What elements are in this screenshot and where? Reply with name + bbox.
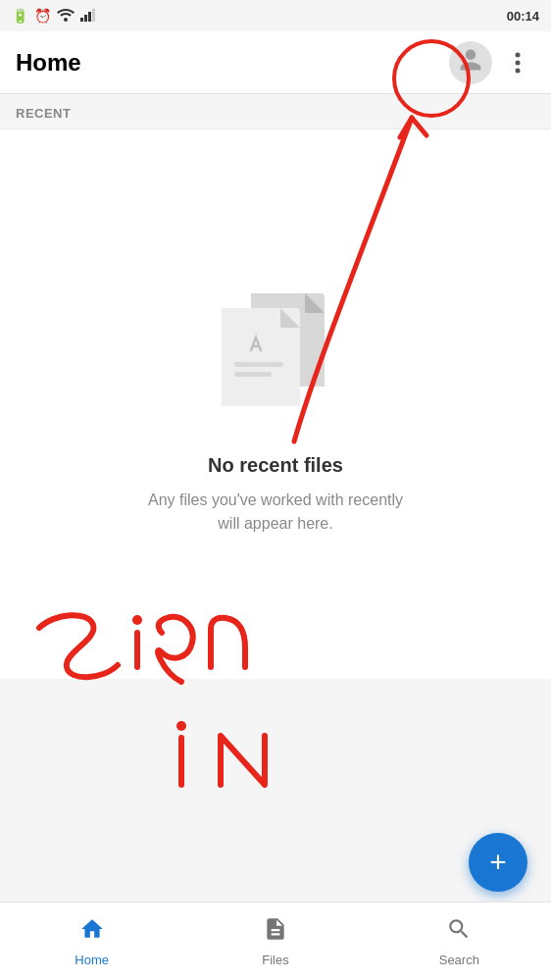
nav-item-search[interactable]: Search xyxy=(368,903,551,980)
svg-rect-2 xyxy=(84,15,87,22)
fab-button[interactable]: + xyxy=(469,833,527,892)
empty-state-icon xyxy=(197,274,354,431)
avatar-button[interactable] xyxy=(449,41,492,84)
svg-rect-4 xyxy=(92,9,95,22)
search-icon xyxy=(446,916,472,949)
signal-icon xyxy=(80,8,96,25)
home-icon xyxy=(79,916,105,949)
svg-point-7 xyxy=(516,68,521,73)
svg-rect-1 xyxy=(80,18,83,22)
wifi-icon xyxy=(57,8,75,25)
nav-search-label: Search xyxy=(439,953,479,967)
empty-state: No recent files Any files you've worked … xyxy=(119,234,432,575)
main-content: No recent files Any files you've worked … xyxy=(0,129,551,679)
more-options-button[interactable] xyxy=(500,45,535,80)
svg-point-14 xyxy=(176,721,186,731)
nav-home-label: Home xyxy=(75,953,109,967)
status-bar-right: 00:14 xyxy=(507,9,539,24)
status-bar-left: 🔋 ⏰ xyxy=(12,8,507,25)
nav-files-label: Files xyxy=(262,953,288,967)
svg-rect-11 xyxy=(234,372,272,377)
app-bar: Home xyxy=(0,31,551,94)
svg-point-0 xyxy=(64,18,68,22)
recent-section-header: RECENT xyxy=(0,94,551,129)
recent-label: RECENT xyxy=(16,106,71,121)
alarm-icon: ⏰ xyxy=(34,8,51,24)
svg-rect-10 xyxy=(234,362,283,367)
svg-point-6 xyxy=(516,60,521,65)
status-time: 00:14 xyxy=(507,9,539,24)
fab-icon: + xyxy=(489,848,507,877)
svg-rect-3 xyxy=(88,12,91,22)
status-bar: 🔋 ⏰ 00:14 xyxy=(0,0,551,31)
nav-item-files[interactable]: Files xyxy=(183,903,367,980)
bottom-nav: Home Files Search xyxy=(0,902,551,980)
nav-item-home[interactable]: Home xyxy=(0,903,183,980)
empty-state-subtitle: Any files you've worked with recently wi… xyxy=(138,489,413,536)
files-icon xyxy=(263,916,288,949)
app-bar-actions xyxy=(449,41,535,84)
svg-point-5 xyxy=(516,52,521,57)
person-icon xyxy=(458,47,483,78)
page-title: Home xyxy=(16,49,449,77)
battery-icon: 🔋 xyxy=(12,8,28,24)
empty-state-title: No recent files xyxy=(208,454,343,477)
